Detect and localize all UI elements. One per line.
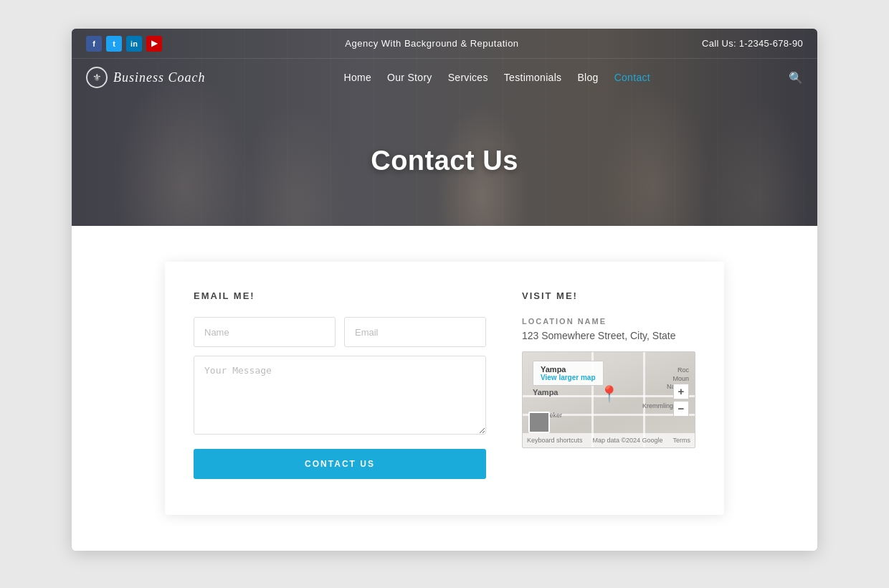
- map-label-kremm: Kremmling: [642, 402, 673, 409]
- linkedin-icon[interactable]: in: [126, 36, 142, 52]
- twitter-icon[interactable]: t: [106, 36, 122, 52]
- nav-item-home[interactable]: Home: [344, 71, 372, 84]
- nav-link-contact[interactable]: Contact: [614, 72, 650, 83]
- email-form-section: EMAIL ME! CONTACT US: [194, 290, 486, 479]
- visit-section-title: VISIT ME!: [522, 290, 695, 301]
- map-street-view-thumb[interactable]: [528, 412, 550, 433]
- youtube-icon[interactable]: ▶: [146, 36, 162, 52]
- top-tagline: Agency With Background & Reputation: [345, 38, 518, 49]
- logo[interactable]: ⚜ Business Coach: [86, 67, 206, 88]
- form-name-email-row: [194, 317, 486, 347]
- map-zoom-in-button[interactable]: +: [673, 384, 689, 399]
- content-section: EMAIL ME! CONTACT US VISIT ME! LOCATION …: [72, 226, 817, 551]
- map-label-yampa: Yampa: [533, 388, 558, 397]
- facebook-icon[interactable]: f: [86, 36, 102, 52]
- hero-title-area: Contact Us: [72, 96, 817, 226]
- map-popup-title: Yampa: [541, 365, 596, 374]
- top-phone: Call Us: 1-2345-678-90: [702, 38, 803, 49]
- map-pin: 📍: [599, 385, 619, 404]
- nav-item-testimonials[interactable]: Testimonials: [504, 71, 562, 84]
- map-zoom-controls: + −: [673, 384, 689, 417]
- nav-link-testimonials[interactable]: Testimonials: [504, 72, 562, 83]
- map-data-credit: Map data ©2024 Google: [592, 437, 662, 444]
- visit-section: VISIT ME! LOCATION NAME 123 Somewhere St…: [522, 290, 695, 479]
- map-popup[interactable]: Yampa View larger map: [533, 361, 604, 386]
- browser-window: f t in ▶ Agency With Background & Reputa…: [72, 29, 817, 551]
- map-terms[interactable]: Terms: [673, 437, 691, 444]
- contact-us-button[interactable]: CONTACT US: [194, 449, 486, 479]
- nav-item-blog[interactable]: Blog: [577, 71, 598, 84]
- map-keyboard-shortcuts[interactable]: Keyboard shortcuts: [527, 437, 583, 444]
- location-label: LOCATION NAME: [522, 317, 695, 326]
- hero-heading: Contact Us: [371, 146, 518, 176]
- map-container[interactable]: Yampa View larger map Yampa Kremmling Me…: [522, 351, 695, 448]
- hero-section: f t in ▶ Agency With Background & Reputa…: [72, 29, 817, 226]
- nav-link-blog[interactable]: Blog: [577, 72, 598, 83]
- nav-link-our-story[interactable]: Our Story: [387, 72, 432, 83]
- search-icon[interactable]: 🔍: [789, 71, 803, 85]
- map-view-larger[interactable]: View larger map: [541, 374, 596, 381]
- logo-text: Business Coach: [113, 70, 206, 85]
- nav-item-our-story[interactable]: Our Story: [387, 71, 432, 84]
- map-zoom-out-button[interactable]: −: [673, 401, 689, 417]
- logo-icon: ⚜: [86, 67, 108, 88]
- email-section-title: EMAIL ME!: [194, 290, 486, 301]
- top-bar: f t in ▶ Agency With Background & Reputa…: [72, 29, 817, 59]
- nav-item-services[interactable]: Services: [448, 71, 488, 84]
- social-icons-group: f t in ▶: [86, 36, 162, 52]
- email-input[interactable]: [344, 317, 486, 347]
- nav-link-home[interactable]: Home: [344, 72, 372, 83]
- nav-bar: ⚜ Business Coach Home Our Story Services…: [72, 59, 817, 96]
- name-input[interactable]: [194, 317, 336, 347]
- nav-link-services[interactable]: Services: [448, 72, 488, 83]
- message-textarea[interactable]: [194, 356, 486, 435]
- location-address: 123 Somewhere Street, City, State: [522, 330, 695, 341]
- map-footer: Keyboard shortcuts Map data ©2024 Google…: [523, 433, 695, 447]
- nav-item-contact[interactable]: Contact: [614, 71, 650, 84]
- content-card: EMAIL ME! CONTACT US VISIT ME! LOCATION …: [165, 262, 724, 515]
- nav-links: Home Our Story Services Testimonials Blo…: [344, 71, 650, 84]
